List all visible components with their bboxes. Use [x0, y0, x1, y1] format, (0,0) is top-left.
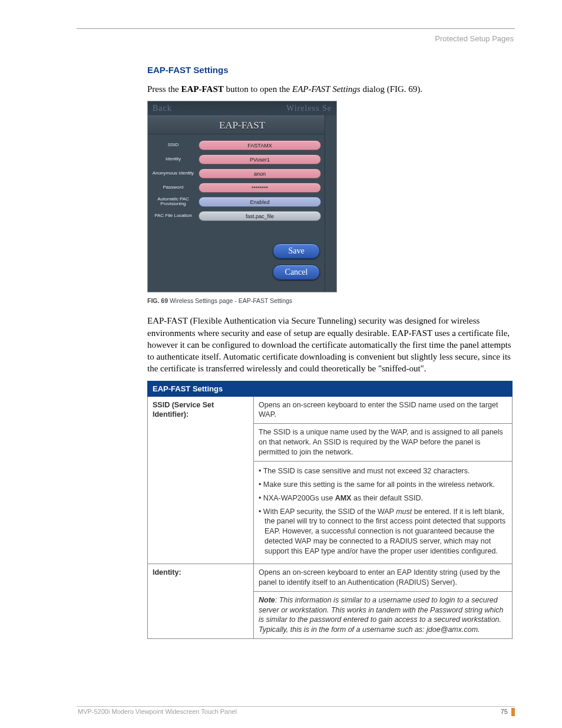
cell-identity-label: Identity:	[148, 564, 254, 638]
cell-note: Note: This information is similar to a u…	[254, 591, 513, 639]
footer-doc-title: MVP-5200i Modero Viewpoint Widescreen To…	[78, 708, 237, 715]
label: SSID	[150, 143, 196, 147]
panel-title: EAP-FAST	[148, 116, 336, 134]
figure-screenshot: Back Wireless Se EAP-FAST SSID FASTAMX I…	[147, 101, 337, 292]
cell: Opens an on-screen keyboard to enter an …	[254, 564, 513, 591]
t: dialog (FIG. 69).	[361, 84, 422, 94]
cancel-button[interactable]: Cancel	[273, 265, 320, 280]
label: Automatic PAC Provisioning	[150, 197, 196, 207]
bullet: With EAP security, the SSID of the WAP m…	[259, 507, 507, 556]
figure-caption: FIG. 69 Wireless Settings page - EAP-FAS…	[147, 297, 513, 304]
field-ssid[interactable]: FASTAMX	[199, 140, 321, 150]
label: Anonymous Identity	[150, 171, 196, 176]
field-identity[interactable]: PVuser1	[199, 154, 321, 164]
cell: The SSID is a unique name used by the WA…	[254, 424, 513, 462]
t: EAP-FAST	[181, 84, 224, 94]
t: Note	[259, 596, 275, 604]
field-auto-pac[interactable]: Enabled	[199, 197, 321, 207]
header-section-label: Protected Setup Pages	[435, 34, 514, 43]
save-button[interactable]: Save	[273, 243, 320, 259]
label: Identity	[150, 157, 196, 162]
field-password[interactable]: ********	[199, 183, 321, 193]
back-label: Back	[153, 104, 172, 113]
t: must	[396, 508, 412, 516]
field-pac-file[interactable]: fast.pac_file	[199, 211, 321, 221]
t: EAP-FAST Settings	[292, 84, 361, 94]
cell: The SSID is case sensitive and must not …	[254, 461, 513, 564]
t: NXA-WAP200Gs use	[263, 494, 335, 502]
topbar-title: Wireless Se	[286, 104, 332, 113]
fig-text: Wireless Settings page - EAP-FAST Settin…	[168, 297, 292, 304]
t: With EAP security, the SSID of the WAP	[263, 508, 396, 516]
footer-rule	[77, 706, 515, 707]
t: as their default SSID.	[351, 494, 423, 502]
screenshot-topbar: Back Wireless Se	[148, 101, 336, 116]
side-strip	[325, 116, 336, 292]
settings-table: EAP-FAST Settings SSID (Service Set Iden…	[147, 381, 513, 640]
description-paragraph: EAP-FAST (Flexible Authentication via Se…	[147, 315, 513, 374]
intro-paragraph: Press the EAP-FAST button to open the EA…	[147, 83, 513, 95]
bullet: NXA-WAP200Gs use AMX as their default SS…	[259, 493, 507, 503]
bullet: The SSID is case sensitive and must not …	[259, 466, 507, 476]
bullet: Make sure this setting is the same for a…	[259, 480, 507, 490]
label: Password	[150, 185, 196, 190]
cell-ssid-label: SSID (Service Set Identifier):	[148, 396, 254, 564]
t: AMX	[335, 494, 352, 502]
panel-body: SSID FASTAMX Identity PVuser1 Anonymous …	[148, 134, 336, 222]
row-ssid: SSID FASTAMX	[150, 139, 330, 151]
t: Press the	[147, 84, 181, 94]
row-autopac: Automatic PAC Provisioning Enabled	[150, 196, 330, 207]
field-anon-identity[interactable]: anon	[199, 169, 321, 179]
header-rule	[77, 28, 515, 29]
footer-page-number: 75	[501, 708, 508, 715]
table-header: EAP-FAST Settings	[148, 381, 513, 396]
cell: Opens an on-screen keyboard to enter the…	[254, 396, 513, 424]
row-identity: Identity PVuser1	[150, 153, 330, 165]
content-area: EAP-FAST Settings Press the EAP-FAST but…	[147, 65, 513, 639]
section-heading: EAP-FAST Settings	[147, 65, 513, 75]
t: : This information is similar to a usern…	[259, 596, 503, 634]
bullet-list: The SSID is case sensitive and must not …	[259, 466, 507, 556]
fig-num: FIG. 69	[147, 297, 168, 304]
footer-accent	[511, 708, 515, 716]
row-password: Password ********	[150, 182, 330, 193]
label: PAC File Location	[150, 213, 196, 218]
row-anon: Anonymous Identity anon	[150, 167, 330, 179]
row-pacfile: PAC File Location fast.pac_file	[150, 210, 330, 222]
t: button to open the	[224, 84, 292, 94]
